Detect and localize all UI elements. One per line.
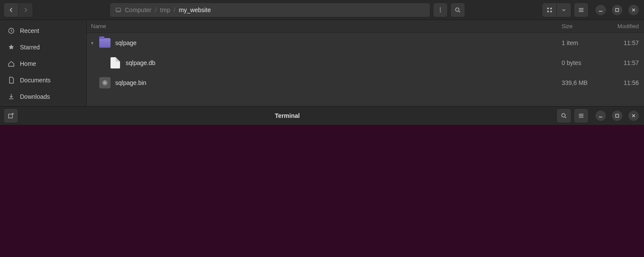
window-controls [595,111,639,121]
svg-rect-13 [9,114,13,118]
column-modified[interactable]: Modified [605,23,644,29]
terminal-headerbar: Terminal [0,106,644,125]
nav-buttons [3,3,33,17]
grid-view-button[interactable] [542,3,556,17]
terminal-menu-button[interactable] [574,108,589,123]
breadcrumb-sep: / [155,7,156,13]
file-manager-headerbar: Computer / tmp / my_website [0,0,644,20]
file-modified: 11:57 [605,39,644,46]
path-menu-button[interactable] [433,3,448,17]
file-list: Name Size Modified ▾ sqlpage 1 item 11:5… [87,20,644,106]
view-dropdown-button[interactable] [556,3,571,17]
search-button[interactable] [450,3,465,17]
drive-icon [115,7,121,13]
svg-rect-8 [547,10,549,12]
svg-point-12 [104,82,106,84]
search-icon [561,113,567,119]
new-tab-icon [8,113,14,119]
download-icon [8,93,15,100]
terminal-title: Terminal [21,112,554,119]
star-icon [8,44,15,51]
column-size[interactable]: Size [562,23,605,29]
file-size: 1 item [562,39,605,46]
table-row[interactable]: sqlpage.db 0 bytes 11:57 [87,53,644,73]
sidebar-item-starred[interactable]: Starred [0,39,86,55]
file-modified: 11:57 [605,59,644,66]
hamburger-icon [578,113,584,119]
chevron-down-icon [562,8,566,12]
sidebar-item-home[interactable]: Home [0,55,86,72]
terminal-output[interactable] [0,125,644,257]
terminal-window: Terminal [0,106,644,257]
file-size: 0 bytes [562,59,605,66]
sidebar-item-downloads[interactable]: Downloads [0,88,86,105]
clock-icon [8,27,15,34]
close-button[interactable] [628,111,639,121]
sidebar-item-label: Starred [20,44,40,51]
svg-rect-7 [550,7,552,9]
sidebar-item-documents[interactable]: Documents [0,72,86,88]
svg-rect-6 [547,7,549,9]
file-name: sqlpage [115,39,562,46]
file-modified: 11:56 [605,79,644,86]
svg-rect-10 [616,8,619,11]
svg-point-3 [440,9,441,10]
sidebar: Recent Starred Home Documents Downloads [0,20,87,106]
file-size: 339,6 MB [562,79,605,86]
executable-icon [99,77,111,89]
svg-rect-9 [550,10,552,12]
svg-point-2 [440,7,441,8]
file-name: sqlpage.bin [115,79,562,86]
svg-rect-15 [616,114,619,117]
svg-rect-1 [116,10,121,12]
sidebar-item-label: Recent [20,27,39,34]
table-row[interactable]: ▾ sqlpage 1 item 11:57 [87,33,644,53]
file-icon [109,57,121,69]
view-switch [542,3,571,17]
maximize-button[interactable] [612,111,622,121]
sidebar-item-label: Downloads [20,93,50,100]
file-manager-window: Computer / tmp / my_website [0,0,644,106]
home-icon [8,60,15,67]
breadcrumb-item[interactable]: my_website [179,7,211,13]
svg-point-14 [562,114,565,117]
hamburger-menu-button[interactable] [574,3,589,17]
new-tab-button[interactable] [3,108,18,123]
terminal-search-button[interactable] [556,108,571,123]
forward-button[interactable] [18,3,33,17]
close-button[interactable] [628,5,639,15]
window-controls [595,5,639,15]
breadcrumb-item[interactable]: tmp [160,7,170,13]
sidebar-item-label: Documents [20,77,51,84]
hamburger-icon [578,7,584,13]
column-headers: Name Size Modified [87,20,644,33]
breadcrumb-sep: / [174,7,176,13]
column-name[interactable]: Name [87,23,562,29]
svg-point-4 [440,11,441,12]
breadcrumb-item[interactable]: Computer [125,7,151,13]
chevron-down-icon[interactable]: ▾ [91,40,99,46]
document-icon [8,77,15,84]
table-row[interactable]: sqlpage.bin 339,6 MB 11:56 [87,73,644,93]
sidebar-item-label: Home [20,60,36,67]
breadcrumb[interactable]: Computer / tmp / my_website [110,3,430,17]
search-icon [455,7,461,13]
folder-icon [99,37,111,49]
grid-icon [546,7,553,13]
back-button[interactable] [3,3,18,17]
minimize-button[interactable] [595,111,606,121]
file-name: sqlpage.db [126,59,562,66]
sidebar-item-recent[interactable]: Recent [0,23,86,39]
maximize-button[interactable] [612,5,622,15]
minimize-button[interactable] [595,5,606,15]
svg-point-5 [455,8,459,11]
